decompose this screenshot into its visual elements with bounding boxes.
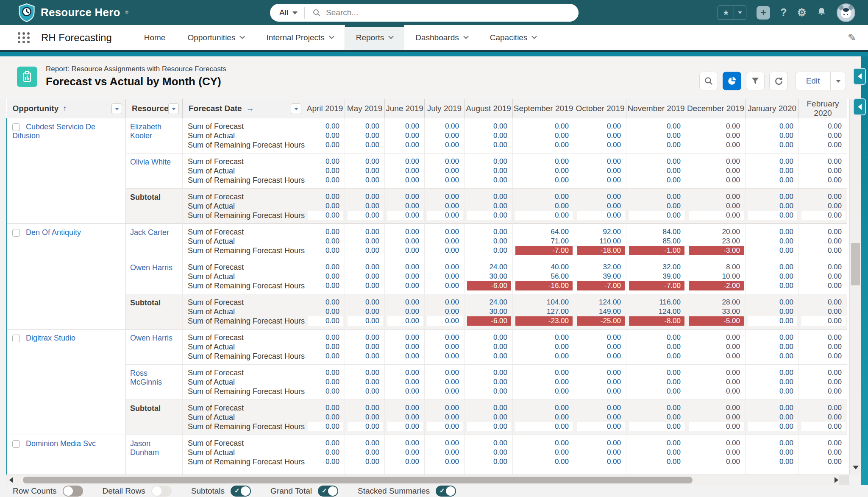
vertical-scroll-thumb[interactable] <box>851 243 860 285</box>
cell-value: 0.00 <box>689 422 744 431</box>
resource-link[interactable]: Jason Dunham <box>130 439 159 457</box>
tab-capacities[interactable]: Capacities <box>479 25 548 50</box>
check-icon: ✓ <box>440 487 445 494</box>
global-add-icon[interactable]: + <box>757 6 770 20</box>
column-filter-button[interactable] <box>168 103 179 114</box>
tab-opportunities[interactable]: Opportunities <box>176 25 255 50</box>
setup-gear-icon[interactable]: ⚙ <box>797 7 807 18</box>
month-column-header: July 2019 <box>425 99 465 118</box>
opportunity-link[interactable]: Digitrax Studio <box>26 334 75 342</box>
opportunity-link[interactable]: Dominion Media Svc <box>26 439 96 448</box>
toggle-switch[interactable]: ✓ <box>63 486 83 497</box>
cell-value: 0.00 <box>746 131 798 140</box>
cell-value: 0.00 <box>305 201 345 211</box>
month-column-header: January 2020 <box>746 99 799 118</box>
measures-cell: Sum of ForecastSum of ActualSum of Remai… <box>183 294 305 329</box>
toggle-item-grand-total: Grand Total✓ <box>270 486 338 497</box>
cell-value: 0.00 <box>574 192 626 201</box>
app-nav-bar: RH Forecasting HomeOpportunitiesInternal… <box>0 25 868 50</box>
cell-value: 0.00 <box>387 422 423 431</box>
resource-link[interactable]: Owen Harris <box>130 263 172 272</box>
user-avatar[interactable] <box>837 3 855 22</box>
cell-value: 0.00 <box>626 166 686 176</box>
toggle-switch[interactable]: ✓ <box>436 486 456 497</box>
toggle-chart-button[interactable] <box>723 72 741 90</box>
column-filter-button[interactable] <box>111 103 122 114</box>
notifications-bell-icon[interactable] <box>817 7 826 18</box>
cell-value: 0.00 <box>799 131 847 140</box>
horizontal-scrollbar[interactable] <box>6 475 849 485</box>
measures-cell: Sum of ForecastSum of ActualSum of Remai… <box>183 154 305 189</box>
search-scope-button[interactable]: All <box>270 4 304 22</box>
cell-value: 0.00 <box>425 352 464 361</box>
subtotal-label: Subtotal <box>130 404 161 413</box>
value-cell: 0.000.000.00 <box>686 118 746 154</box>
filter-button[interactable] <box>746 72 765 90</box>
cell-value: 0.00 <box>425 457 464 466</box>
value-cell: 0.000.000.00 <box>574 329 626 365</box>
opportunity-link[interactable]: Cubdest Servicio De Difusion <box>12 123 95 140</box>
cell-value: 0.00 <box>626 457 686 466</box>
cell-value: 0.00 <box>348 211 383 220</box>
edit-nav-pencil-icon[interactable]: ✎ <box>848 32 856 44</box>
edit-dropdown-button[interactable] <box>830 72 846 90</box>
row-checkbox[interactable] <box>12 123 20 131</box>
resource-link[interactable]: Owen Harris <box>130 334 172 342</box>
horizontal-scroll-thumb[interactable] <box>23 477 693 483</box>
favorites-dropdown-button[interactable] <box>734 6 746 20</box>
resource-link[interactable]: Ross McGinnis <box>130 369 162 386</box>
chevron-down-icon <box>172 108 176 110</box>
scroll-down-arrow[interactable] <box>853 466 859 469</box>
cell-value: 0.00 <box>425 307 464 316</box>
find-in-report-button[interactable] <box>699 72 718 90</box>
cell-value: 0.00 <box>465 352 512 361</box>
cell-value: 0.00 <box>425 262 464 272</box>
tab-internal-projects[interactable]: Internal Projects <box>255 25 344 50</box>
cell-value: 0.00 <box>467 422 511 431</box>
column-header-forecast-date: Forecast Date→ <box>183 99 305 118</box>
tab-home[interactable]: Home <box>133 25 177 50</box>
measures-cell: Sum of ForecastSum of ActualSum of Remai… <box>183 224 305 259</box>
cell-value: 0.00 <box>385 377 424 387</box>
scroll-left-arrow[interactable] <box>9 477 13 483</box>
help-icon[interactable]: ? <box>780 7 787 18</box>
opportunity-link[interactable]: Den Of Antiquity <box>26 228 81 237</box>
toggle-switch[interactable]: ✓ <box>231 486 251 497</box>
measure-label: Sum of Remaining Forecast Hours <box>188 316 300 326</box>
tab-reports[interactable]: Reports <box>345 25 405 50</box>
column-filter-button[interactable] <box>291 103 301 114</box>
cell-value: 0.00 <box>799 333 847 342</box>
expand-panel-button-top[interactable] <box>853 68 866 85</box>
row-checkbox[interactable] <box>12 335 20 342</box>
scroll-right-arrow[interactable] <box>835 477 838 483</box>
expand-panel-button-lower[interactable] <box>853 98 866 115</box>
cell-value: -18.00 <box>577 246 625 255</box>
cell-value: 0.00 <box>465 166 512 176</box>
cell-value: 0.00 <box>385 448 424 457</box>
subtotal-row: SubtotalSum of ForecastSum of ActualSum … <box>7 189 847 224</box>
resource-link[interactable]: Elizabeth Kooler <box>130 123 161 140</box>
cell-value: 0.00 <box>686 368 745 377</box>
toggle-switch[interactable]: ✓ <box>318 486 338 497</box>
search-input[interactable] <box>326 8 579 17</box>
cell-value: 0.00 <box>626 342 686 352</box>
tab-label: Capacities <box>490 33 528 42</box>
edit-button[interactable]: Edit <box>796 72 830 90</box>
cell-value: 32.00 <box>626 262 686 272</box>
resource-link[interactable]: Jack Carter <box>130 228 169 237</box>
refresh-button[interactable] <box>769 72 788 90</box>
cell-value: 0.00 <box>686 377 745 387</box>
favorites-star-icon[interactable]: ★ <box>718 6 734 20</box>
row-checkbox[interactable] <box>12 440 20 448</box>
measure-label: Sum of Remaining Forecast Hours <box>188 246 300 255</box>
vertical-scrollbar[interactable] <box>849 99 861 475</box>
resource-link[interactable]: Olivia White <box>130 158 171 166</box>
tab-dashboards[interactable]: Dashboards <box>404 25 479 50</box>
row-checkbox[interactable] <box>12 229 20 237</box>
toggle-switch[interactable]: ✓ <box>151 486 172 497</box>
app-launcher-icon[interactable] <box>18 32 30 43</box>
value-cell: 0.000.000.00 <box>345 400 385 435</box>
toggle-label: Row Counts <box>13 486 57 496</box>
value-cell: 0.000.000.00 <box>746 329 799 365</box>
value-cell: 124.00149.00-25.00 <box>574 294 626 329</box>
